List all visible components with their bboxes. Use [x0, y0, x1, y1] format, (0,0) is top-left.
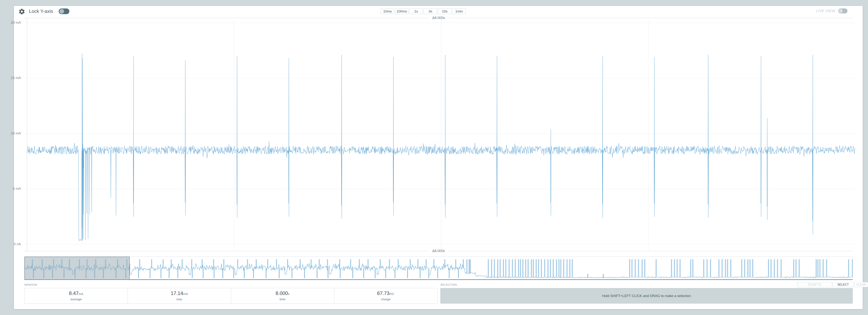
stat-max-unit: mA: [183, 292, 188, 296]
clear-selection-button[interactable]: CLEAR: [854, 282, 868, 287]
stat-charge-unit: mC: [390, 292, 394, 296]
duration-button-1s[interactable]: 1s: [409, 8, 423, 14]
select-all-button[interactable]: SELECT ALL: [833, 282, 854, 287]
stat-charge: 67.73mC charge: [334, 288, 438, 304]
y-tick-15ma: 15 mA: [5, 76, 21, 80]
stat-average-value: 8.47: [69, 291, 79, 296]
selection-section-label: SELECTION: [440, 283, 457, 286]
stat-average-label: average: [70, 297, 82, 301]
selection-hint-panel: Hold SHIFT+LEFT CLICK and DRAG to make a…: [440, 288, 853, 304]
stat-time-value: 8.000: [276, 291, 288, 296]
y-tick-0na: 0 nA: [5, 242, 21, 246]
current-trace-chart[interactable]: [24, 18, 855, 253]
session-minimap[interactable]: [24, 257, 853, 280]
minimap-window-overlay[interactable]: [24, 257, 130, 280]
stat-max-label: max: [176, 297, 182, 301]
y-tick-20ma: 20 mA: [5, 21, 21, 25]
live-view-toggle-knob: [839, 9, 843, 13]
stat-max: 17.14mA max: [128, 288, 231, 304]
window-stats: 8.47mA average 17.14mA max 8.000s time 6…: [24, 288, 437, 304]
stat-average-unit: mA: [79, 292, 83, 296]
live-view-label: LIVE VIEW: [816, 9, 835, 13]
stat-time: 8.000s time: [231, 288, 334, 304]
live-view-control: LIVE VIEW: [816, 8, 847, 13]
power-profiler-app: Lock Y-axis 10ms 100ms 1s 3s 10s 1min LI…: [0, 0, 868, 315]
duration-button-100ms[interactable]: 100ms: [395, 8, 409, 14]
y-tick-5ma: 5 mA: [5, 187, 21, 191]
stat-time-label: time: [280, 297, 285, 301]
y-tick-10ma: 10 mA: [5, 131, 21, 135]
stat-charge-label: charge: [381, 297, 391, 301]
window-section-label: WINDOW: [24, 283, 37, 286]
stat-average: 8.47mA average: [24, 288, 128, 304]
duration-button-3s[interactable]: 3s: [424, 8, 437, 14]
lock-y-axis-toggle-knob: [59, 9, 64, 13]
zoom-to-selection-button[interactable]: ZOOM TO SELECTION: [797, 282, 832, 287]
lock-y-axis-label: Lock Y-axis: [29, 8, 53, 14]
window-duration-buttons: 10ms 100ms 1s 3s 10s 1min: [381, 8, 466, 14]
duration-button-10s[interactable]: 10s: [438, 8, 452, 14]
duration-button-10ms[interactable]: 10ms: [381, 8, 394, 14]
selection-actions: ZOOM TO SELECTION SELECT ALL CLEAR: [797, 282, 868, 287]
stat-charge-value: 67.73: [377, 291, 390, 296]
lock-y-axis-toggle[interactable]: [59, 8, 69, 14]
selection-hint-text: Hold SHIFT+LEFT CLICK and DRAG to make a…: [602, 294, 691, 298]
settings-gear-icon[interactable]: [18, 8, 25, 15]
stat-time-unit: s: [288, 292, 289, 296]
stat-max-value: 17.14: [171, 291, 183, 296]
duration-button-1min[interactable]: 1min: [452, 8, 466, 14]
live-view-toggle[interactable]: [838, 8, 847, 13]
